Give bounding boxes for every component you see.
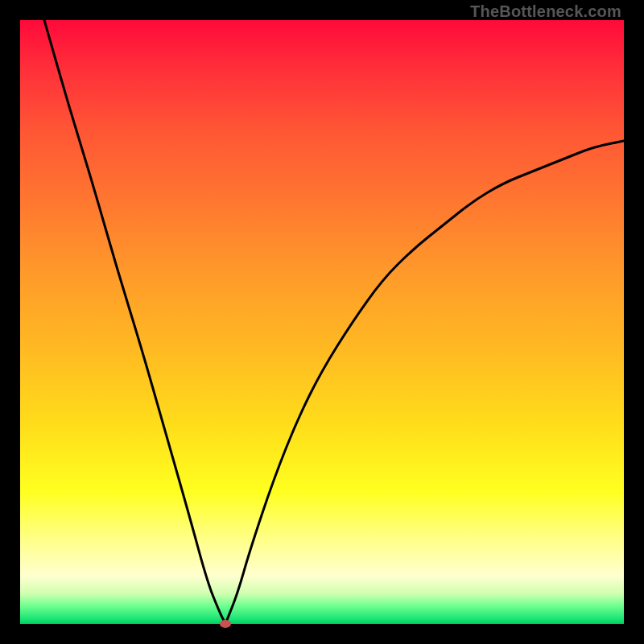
attribution-text: TheBottleneck.com: [470, 2, 621, 21]
optimum-marker: [220, 620, 231, 628]
bottleneck-curve: [44, 20, 624, 624]
plot-area: [20, 20, 624, 624]
curve-svg: [20, 20, 624, 624]
chart-frame: TheBottleneck.com: [0, 0, 644, 644]
